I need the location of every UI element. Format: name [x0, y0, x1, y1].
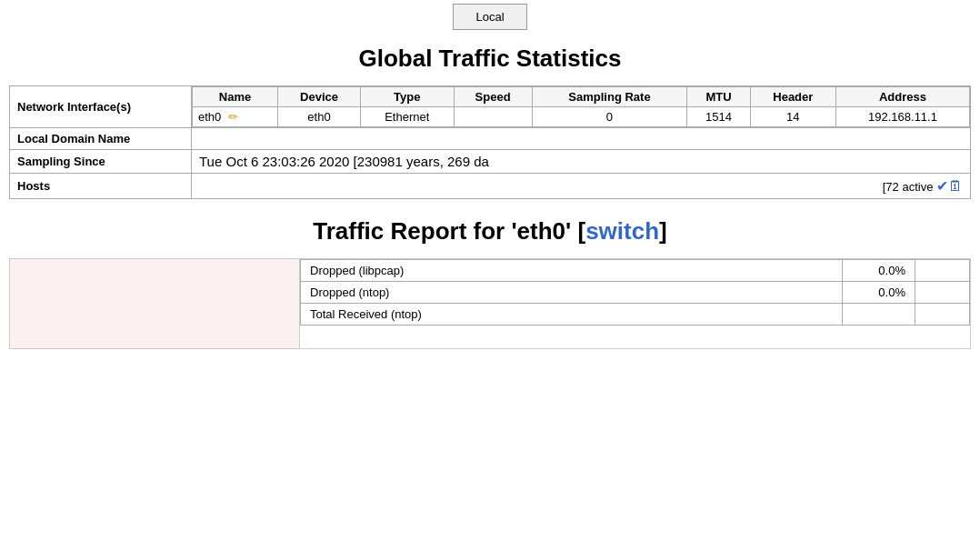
interface-header: 14	[750, 107, 835, 127]
traffic-table: Dropped (libpcap) 0.0% Dropped (ntop) 0.…	[300, 259, 970, 326]
traffic-value-2	[843, 304, 915, 326]
hosts-value-cell: [72 active ✔🗓	[192, 174, 971, 199]
traffic-report-title: Traffic Report for 'eth0' [switch]	[0, 217, 980, 245]
stats-table: Network Interface(s) Name Device Type Sp…	[9, 85, 971, 199]
traffic-value-1: 0.0%	[843, 282, 915, 304]
local-domain-label: Local Domain Name	[10, 128, 192, 150]
local-button[interactable]: Local	[453, 4, 526, 30]
sampling-since-label: Sampling Since	[10, 150, 192, 174]
traffic-title-prefix: Traffic Report for 'eth0' [	[313, 217, 585, 245]
sampling-since-row: Sampling Since Tue Oct 6 23:03:26 2020 […	[10, 150, 971, 174]
interfaces-inner-table: Name Device Type Speed Sampling Rate MTU…	[192, 86, 970, 127]
traffic-row-0: Dropped (libpcap) 0.0%	[301, 260, 970, 282]
interface-device: eth0	[278, 107, 361, 127]
page-title: Global Traffic Statistics	[0, 45, 980, 73]
hosts-count: [72 active	[883, 180, 934, 194]
col-name: Name	[193, 87, 278, 107]
network-interfaces-value: Name Device Type Speed Sampling Rate MTU…	[192, 86, 971, 128]
traffic-row-1: Dropped (ntop) 0.0%	[301, 282, 970, 304]
interface-data-row: eth0 ✏ eth0 Ethernet 0 1514 14 192.168.1…	[193, 107, 970, 127]
network-interfaces-label: Network Interface(s)	[10, 86, 192, 128]
interface-type: Ethernet	[360, 107, 454, 127]
col-address: Address	[835, 87, 969, 107]
traffic-right-panel: Dropped (libpcap) 0.0% Dropped (ntop) 0.…	[300, 258, 971, 349]
col-header: Header	[750, 87, 835, 107]
interface-mtu: 1514	[687, 107, 750, 127]
switch-link[interactable]: switch	[585, 217, 659, 245]
traffic-label-2: Total Received (ntop)	[301, 304, 843, 326]
traffic-left-panel	[9, 258, 300, 349]
hosts-check-icon: ✔🗓	[936, 178, 963, 194]
sampling-since-text: Tue Oct 6 23:03:26 2020 [230981 years, 2…	[199, 154, 489, 169]
interface-name: eth0	[198, 110, 221, 124]
top-bar: Local	[0, 0, 980, 37]
inner-table-header-row: Name Device Type Speed Sampling Rate MTU…	[193, 87, 970, 107]
traffic-row-2: Total Received (ntop)	[301, 304, 970, 326]
col-speed: Speed	[454, 87, 532, 107]
local-domain-row: Local Domain Name	[10, 128, 971, 150]
sampling-since-value: Tue Oct 6 23:03:26 2020 [230981 years, 2…	[192, 150, 971, 174]
traffic-extra-1	[915, 282, 970, 304]
traffic-label-1: Dropped (ntop)	[301, 282, 843, 304]
edit-icon[interactable]: ✏	[228, 110, 238, 124]
col-type: Type	[360, 87, 454, 107]
col-sampling-rate: Sampling Rate	[532, 87, 687, 107]
traffic-report-section: Dropped (libpcap) 0.0% Dropped (ntop) 0.…	[9, 258, 971, 349]
local-domain-value	[192, 128, 971, 150]
interface-sampling-rate: 0	[532, 107, 687, 127]
traffic-extra-0	[915, 260, 970, 282]
interface-address: 192.168.11.1	[835, 107, 969, 127]
col-mtu: MTU	[687, 87, 750, 107]
traffic-label-0: Dropped (libpcap)	[301, 260, 843, 282]
traffic-value-0: 0.0%	[843, 260, 915, 282]
interface-speed	[454, 107, 532, 127]
network-interfaces-row: Network Interface(s) Name Device Type Sp…	[10, 86, 971, 128]
stats-section: Network Interface(s) Name Device Type Sp…	[9, 85, 971, 199]
hosts-row: Hosts [72 active ✔🗓	[10, 174, 971, 199]
interface-name-cell: eth0 ✏	[193, 107, 278, 127]
hosts-label: Hosts	[10, 174, 192, 199]
col-device: Device	[278, 87, 361, 107]
traffic-title-suffix: ]	[659, 217, 667, 245]
traffic-extra-2	[915, 304, 970, 326]
